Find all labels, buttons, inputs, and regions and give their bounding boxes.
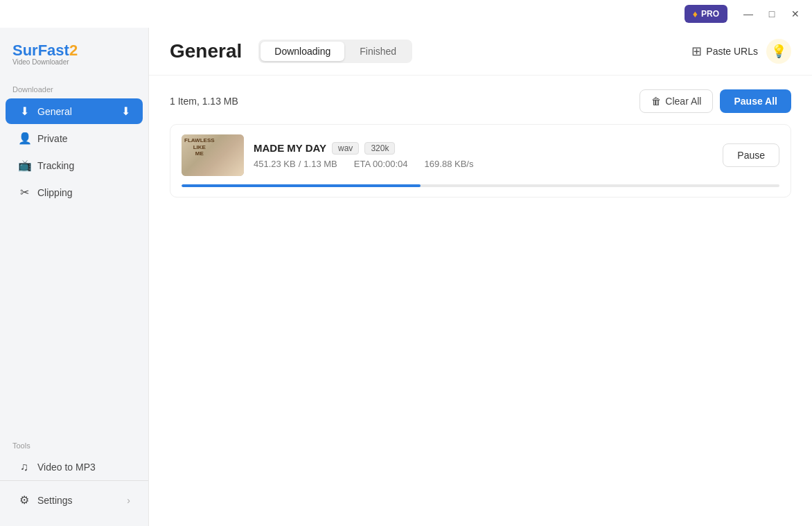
progress-bar-fill xyxy=(182,184,421,187)
paste-icon: ⊞ xyxy=(691,44,702,59)
page-title: General xyxy=(170,40,242,62)
quality-badge: 320k xyxy=(364,142,395,155)
thumb-line3: ME xyxy=(184,150,215,157)
top-bar-right: ⊞ Paste URLs 💡 xyxy=(691,39,791,64)
sidebar-item-clipping-label: Clipping xyxy=(37,187,73,198)
format-badge: wav xyxy=(332,142,359,155)
top-bar: General Downloading Finished ⊞ Paste URL… xyxy=(149,28,812,76)
sidebar-item-clipping[interactable]: ✂ Clipping xyxy=(6,179,143,205)
download-name-row: MADE MY DAY wav 320k xyxy=(254,142,713,155)
paste-urls-label: Paste URLs xyxy=(706,46,758,57)
thumbnail-text: FLAWLESS LIKE ME xyxy=(184,137,215,157)
sidebar-item-tracking-label: Tracking xyxy=(37,160,74,171)
tab-downloading[interactable]: Downloading xyxy=(261,42,344,61)
logo-surfast: SurFast xyxy=(12,42,69,60)
tools-section-label: Tools xyxy=(0,436,148,454)
logo: SurFast 2 Video Downloader xyxy=(0,35,148,80)
clipping-icon: ✂ xyxy=(18,186,30,199)
sidebar: SurFast 2 Video Downloader Downloader ⬇ … xyxy=(0,28,149,526)
paste-urls-button[interactable]: ⊞ Paste URLs xyxy=(691,44,758,59)
bulb-icon: 💡 xyxy=(771,44,786,59)
pause-button[interactable]: Pause xyxy=(723,143,779,167)
size-current: 451.23 KB xyxy=(254,159,296,169)
pro-badge: ♦ PRO xyxy=(685,5,727,23)
download-meta: 451.23 KB / 1.13 MB ETA 00:00:04 169.88 … xyxy=(254,159,713,169)
download-thumbnail: FLAWLESS LIKE ME xyxy=(182,134,244,176)
pause-all-button[interactable]: Pause All xyxy=(720,89,791,113)
size-separator: / xyxy=(299,159,301,169)
sidebar-item-general[interactable]: ⬇ General ⬇ xyxy=(6,98,143,124)
logo-number: 2 xyxy=(69,42,78,60)
music-icon: ♫ xyxy=(18,461,30,473)
minimize-button[interactable]: — xyxy=(739,4,758,24)
sidebar-item-private[interactable]: 👤 Private xyxy=(6,125,143,151)
size-total: 1.13 MB xyxy=(303,159,337,169)
content-area: 1 Item, 1.13 MB 🗑 Clear All Pause All F xyxy=(149,76,812,526)
sidebar-bottom: ⚙ Settings › xyxy=(0,480,148,519)
actions-right: 🗑 Clear All Pause All xyxy=(639,89,791,113)
stats-bar: 1 Item, 1.13 MB 🗑 Clear All Pause All xyxy=(170,89,791,113)
settings-icon: ⚙ xyxy=(18,493,30,507)
tracking-icon: 📺 xyxy=(18,159,30,172)
download-item-top: FLAWLESS LIKE ME MADE MY DAY wav 320k xyxy=(182,134,779,176)
speed-info: 169.88 KB/s xyxy=(425,159,474,169)
download-icon: ⬇ xyxy=(18,105,30,118)
downloader-section-label: Downloader xyxy=(0,80,148,98)
private-icon: 👤 xyxy=(18,132,30,145)
eta-info: ETA 00:00:04 xyxy=(354,159,408,169)
stats-text: 1 Item, 1.13 MB xyxy=(170,96,238,107)
download-name: MADE MY DAY xyxy=(254,142,326,154)
sidebar-item-tracking[interactable]: 📺 Tracking xyxy=(6,152,143,178)
maximize-button[interactable]: □ xyxy=(762,4,782,24)
diamond-icon: ♦ xyxy=(693,8,698,19)
size-info: 451.23 KB / 1.13 MB xyxy=(254,159,337,169)
sidebar-item-video-to-mp3-label: Video to MP3 xyxy=(37,462,96,473)
clear-all-button[interactable]: 🗑 Clear All xyxy=(639,89,713,113)
app-body: SurFast 2 Video Downloader Downloader ⬇ … xyxy=(0,28,812,526)
tab-finished[interactable]: Finished xyxy=(346,42,410,61)
tab-group: Downloading Finished xyxy=(258,40,412,63)
pro-label: PRO xyxy=(701,9,719,19)
thumb-line2: LIKE xyxy=(184,144,215,151)
clear-all-label: Clear All xyxy=(665,96,701,107)
settings-chevron-icon: › xyxy=(127,495,130,506)
title-bar: ♦ PRO — □ ✕ xyxy=(0,0,812,28)
sidebar-item-private-label: Private xyxy=(37,133,68,144)
title-bar-controls: ♦ PRO — □ ✕ xyxy=(685,4,805,24)
settings-label: Settings xyxy=(37,495,73,506)
sidebar-item-settings[interactable]: ⚙ Settings › xyxy=(6,487,143,513)
download-info: MADE MY DAY wav 320k 451.23 KB / 1.13 MB… xyxy=(254,142,713,169)
sidebar-item-video-to-mp3[interactable]: ♫ Video to MP3 xyxy=(6,455,143,480)
theme-toggle-button[interactable]: 💡 xyxy=(766,39,791,64)
sidebar-general-right-icon: ⬇ xyxy=(121,105,130,118)
thumb-line1: FLAWLESS xyxy=(184,137,215,144)
download-item: FLAWLESS LIKE ME MADE MY DAY wav 320k xyxy=(170,124,791,198)
thumbnail-inner: FLAWLESS LIKE ME xyxy=(182,134,244,176)
progress-bar-bg xyxy=(182,184,779,187)
trash-icon: 🗑 xyxy=(651,96,661,107)
main-content: General Downloading Finished ⊞ Paste URL… xyxy=(149,28,812,526)
sidebar-item-general-label: General xyxy=(37,106,72,117)
close-button[interactable]: ✕ xyxy=(786,4,805,24)
